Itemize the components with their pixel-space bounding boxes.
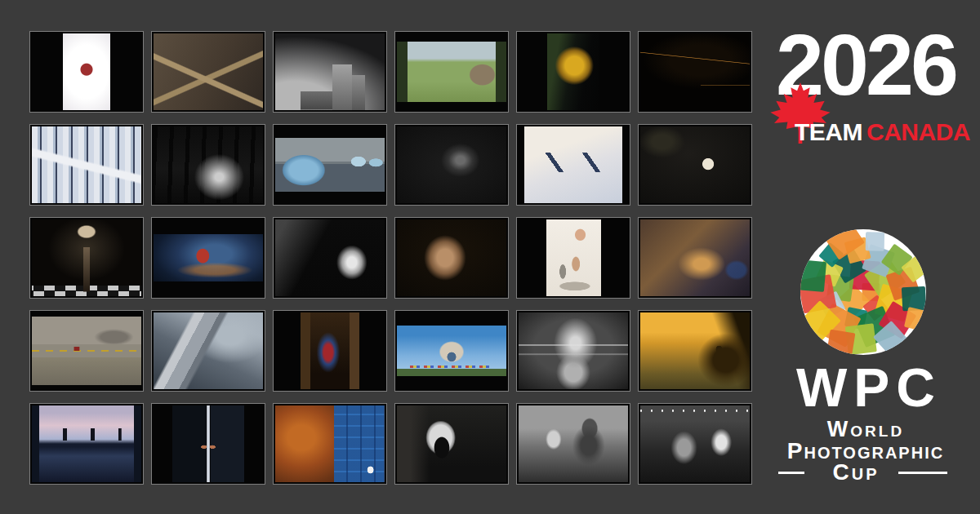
photo-bw-wedding-embrace-cell <box>516 403 630 485</box>
photo-hooded-elder <box>397 219 506 296</box>
photo-surfer-golden-wave <box>640 312 750 389</box>
photo-light-painting-curves <box>640 33 750 110</box>
photo-bw-dance-party <box>640 405 750 482</box>
photo-nude-under-arches-cell <box>516 217 630 299</box>
photo-mountain-goat-cell <box>638 124 752 206</box>
photo-golden-mushrooms <box>547 33 599 110</box>
photo-bw-grain-elevator <box>275 33 385 110</box>
photo-surreal-red-figure <box>154 234 263 281</box>
photo-elephant-orchard-composite <box>397 42 506 101</box>
photo-woman-in-doorway-cell <box>273 310 387 392</box>
photo-bw-boxers-cell <box>516 310 630 392</box>
photo-abstract-earth-texture-cell <box>638 217 752 299</box>
photo-light-painting-curves-cell <box>638 31 752 113</box>
globe-mosaic-square <box>902 286 926 311</box>
photo-glacier-trek <box>524 126 623 203</box>
photo-winter-birch-abstract <box>32 126 141 203</box>
photo-hooded-elder-cell <box>394 217 509 299</box>
photo-abstract-earth-texture <box>640 219 750 296</box>
photo-aerial-mine-road-cell <box>151 31 265 113</box>
cup-rule-right <box>898 472 947 474</box>
photo-icebergs-cell <box>273 124 387 206</box>
wpc-globe-logo <box>798 227 929 357</box>
photo-bw-grain-elevator-cell <box>273 31 387 113</box>
photo-bw-boxers <box>519 312 628 389</box>
photo-surreal-red-figure-cell <box>151 217 265 299</box>
photo-bw-veiled-dancer-cell <box>273 217 387 299</box>
photo-fighter-jet <box>154 312 263 389</box>
photo-mannequin-column <box>32 219 141 296</box>
photo-bw-forest-path <box>154 126 263 203</box>
team-label: TEAM <box>795 118 862 145</box>
globe-mosaic-square <box>798 259 826 292</box>
globe-mosaic-square <box>866 232 884 250</box>
photo-primate-foliage-cell <box>394 124 509 206</box>
photo-wedding-silhouette-reflection-cell <box>29 403 144 485</box>
promo-canvas: 2026 TEAMCANADA WPC World Photographic C… <box>0 0 980 514</box>
photo-elephant-orchard-composite-cell <box>394 31 509 113</box>
photo-golden-mushrooms-cell <box>516 31 630 113</box>
photo-woman-in-doorway <box>301 312 359 389</box>
photo-door-light-gap-cell <box>151 403 265 485</box>
photo-grid <box>29 31 752 485</box>
photo-flooded-road-aerial <box>32 317 141 386</box>
wpc-acronym: WPC <box>768 361 964 414</box>
photo-arc-de-triomphe <box>397 326 506 376</box>
photo-arc-de-triomphe-cell <box>394 310 509 392</box>
photo-icebergs <box>275 138 385 192</box>
photo-bw-veiled-dancer <box>275 219 385 296</box>
photo-primate-foliage <box>397 126 506 203</box>
photo-surfer-golden-wave-cell <box>638 310 752 392</box>
photo-aerial-mine-road <box>154 33 263 110</box>
country-label: CANADA <box>866 118 970 145</box>
photo-winter-birch-abstract-cell <box>29 124 144 206</box>
photo-glacier-trek-cell <box>516 124 630 206</box>
team-country-label: TEAMCANADA <box>795 120 970 144</box>
photo-couple-blue-facade <box>275 405 385 482</box>
wordmark-line-world: World <box>768 419 964 441</box>
photo-bw-forest-path-cell <box>151 124 265 206</box>
photo-bw-dance-party-cell <box>638 403 752 485</box>
photo-product-powder <box>63 33 111 110</box>
photo-product-powder-cell <box>29 31 144 113</box>
photo-couple-blue-facade-cell <box>273 403 387 485</box>
photo-fighter-jet-cell <box>151 310 265 392</box>
photo-nude-under-arches <box>546 219 601 296</box>
photo-flooded-road-aerial-cell <box>29 310 144 392</box>
photo-bw-window-reader-cell <box>394 403 509 485</box>
photo-wedding-silhouette-reflection <box>32 405 141 482</box>
photo-mannequin-column-cell <box>29 217 144 299</box>
cup-rule-left <box>778 472 804 474</box>
globe-mosaic-square <box>826 330 855 357</box>
photo-bw-window-reader <box>397 405 506 482</box>
photo-mountain-goat <box>640 126 750 203</box>
photo-door-light-gap <box>172 405 244 482</box>
photo-bw-wedding-embrace <box>519 405 628 482</box>
